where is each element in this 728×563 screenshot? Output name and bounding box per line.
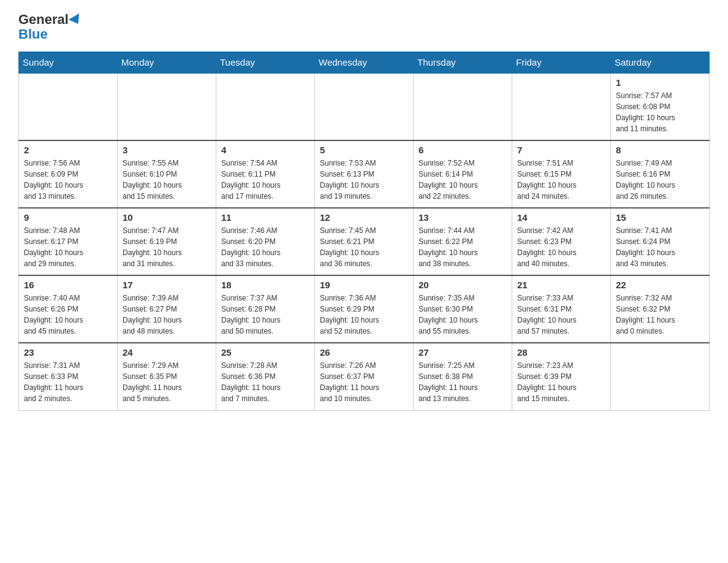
calendar-cell: 21Sunrise: 7:33 AM Sunset: 6:31 PM Dayli… [512,275,611,343]
logo-general: General [18,12,69,27]
day-info: Sunrise: 7:36 AM Sunset: 6:29 PM Dayligh… [320,293,408,337]
calendar-cell [315,73,414,140]
day-number: 1 [616,77,704,88]
logo-text: General Blue [18,12,82,42]
day-number: 10 [123,212,211,223]
day-number: 14 [517,212,605,223]
calendar-cell: 10Sunrise: 7:47 AM Sunset: 6:19 PM Dayli… [118,208,216,275]
calendar-cell: 4Sunrise: 7:54 AM Sunset: 6:11 PM Daylig… [216,140,315,208]
calendar-cell: 25Sunrise: 7:28 AM Sunset: 6:36 PM Dayli… [216,343,315,410]
day-number: 16 [24,280,112,290]
calendar-cell [611,343,710,410]
calendar-cell [414,73,512,140]
weekday-header-wednesday: Wednesday [315,52,414,74]
calendar-cell: 7Sunrise: 7:51 AM Sunset: 6:15 PM Daylig… [512,140,611,208]
day-number: 15 [616,212,704,223]
week-row-4: 16Sunrise: 7:40 AM Sunset: 6:26 PM Dayli… [19,275,710,343]
week-row-5: 23Sunrise: 7:31 AM Sunset: 6:33 PM Dayli… [19,343,710,410]
day-number: 19 [320,280,408,290]
calendar-cell: 15Sunrise: 7:41 AM Sunset: 6:24 PM Dayli… [611,208,710,275]
day-info: Sunrise: 7:53 AM Sunset: 6:13 PM Dayligh… [320,158,408,202]
week-row-2: 2Sunrise: 7:56 AM Sunset: 6:09 PM Daylig… [19,140,710,208]
calendar-cell: 17Sunrise: 7:39 AM Sunset: 6:27 PM Dayli… [118,275,216,343]
day-number: 8 [616,145,704,155]
calendar-cell: 12Sunrise: 7:45 AM Sunset: 6:21 PM Dayli… [315,208,414,275]
day-info: Sunrise: 7:28 AM Sunset: 6:36 PM Dayligh… [221,360,309,404]
calendar-cell: 28Sunrise: 7:23 AM Sunset: 6:39 PM Dayli… [512,343,611,410]
calendar-cell [512,73,611,140]
day-number: 13 [419,212,507,223]
day-number: 23 [24,347,112,358]
calendar-cell: 14Sunrise: 7:42 AM Sunset: 6:23 PM Dayli… [512,208,611,275]
day-number: 17 [123,280,211,290]
calendar-cell: 5Sunrise: 7:53 AM Sunset: 6:13 PM Daylig… [315,140,414,208]
calendar-cell: 26Sunrise: 7:26 AM Sunset: 6:37 PM Dayli… [315,343,414,410]
calendar-cell: 8Sunrise: 7:49 AM Sunset: 6:16 PM Daylig… [611,140,710,208]
calendar-cell: 22Sunrise: 7:32 AM Sunset: 6:32 PM Dayli… [611,275,710,343]
calendar-cell: 9Sunrise: 7:48 AM Sunset: 6:17 PM Daylig… [19,208,118,275]
day-info: Sunrise: 7:47 AM Sunset: 6:19 PM Dayligh… [123,225,211,269]
day-number: 24 [123,347,211,358]
calendar-cell: 23Sunrise: 7:31 AM Sunset: 6:33 PM Dayli… [19,343,118,410]
day-number: 28 [517,347,605,358]
calendar-cell: 20Sunrise: 7:35 AM Sunset: 6:30 PM Dayli… [414,275,512,343]
day-info: Sunrise: 7:46 AM Sunset: 6:20 PM Dayligh… [221,225,309,269]
calendar-cell: 16Sunrise: 7:40 AM Sunset: 6:26 PM Dayli… [19,275,118,343]
day-number: 20 [419,280,507,290]
calendar-cell: 1Sunrise: 7:57 AM Sunset: 6:08 PM Daylig… [611,73,710,140]
calendar-cell: 19Sunrise: 7:36 AM Sunset: 6:29 PM Dayli… [315,275,414,343]
day-number: 6 [419,145,507,155]
calendar-cell: 2Sunrise: 7:56 AM Sunset: 6:09 PM Daylig… [19,140,118,208]
calendar-cell: 3Sunrise: 7:55 AM Sunset: 6:10 PM Daylig… [118,140,216,208]
day-number: 11 [221,212,309,223]
day-number: 22 [616,280,704,290]
day-number: 12 [320,212,408,223]
day-info: Sunrise: 7:48 AM Sunset: 6:17 PM Dayligh… [24,225,112,269]
day-number: 26 [320,347,408,358]
calendar-cell: 11Sunrise: 7:46 AM Sunset: 6:20 PM Dayli… [216,208,315,275]
day-info: Sunrise: 7:26 AM Sunset: 6:37 PM Dayligh… [320,360,408,404]
day-number: 9 [24,212,112,223]
page-header: General Blue [18,12,710,42]
day-number: 7 [517,145,605,155]
day-number: 25 [221,347,309,358]
calendar-table: SundayMondayTuesdayWednesdayThursdayFrid… [18,52,710,411]
week-row-1: 1Sunrise: 7:57 AM Sunset: 6:08 PM Daylig… [19,73,710,140]
calendar-cell: 18Sunrise: 7:37 AM Sunset: 6:28 PM Dayli… [216,275,315,343]
day-info: Sunrise: 7:37 AM Sunset: 6:28 PM Dayligh… [221,293,309,337]
calendar-cell [19,73,118,140]
day-info: Sunrise: 7:41 AM Sunset: 6:24 PM Dayligh… [616,225,704,269]
day-number: 21 [517,280,605,290]
calendar-cell [118,73,216,140]
day-number: 5 [320,145,408,155]
calendar-cell: 13Sunrise: 7:44 AM Sunset: 6:22 PM Dayli… [414,208,512,275]
day-info: Sunrise: 7:51 AM Sunset: 6:15 PM Dayligh… [517,158,605,202]
day-info: Sunrise: 7:25 AM Sunset: 6:38 PM Dayligh… [419,360,507,404]
day-info: Sunrise: 7:42 AM Sunset: 6:23 PM Dayligh… [517,225,605,269]
weekday-header-row: SundayMondayTuesdayWednesdayThursdayFrid… [19,52,710,74]
week-row-3: 9Sunrise: 7:48 AM Sunset: 6:17 PM Daylig… [19,208,710,275]
weekday-header-saturday: Saturday [611,52,710,74]
day-info: Sunrise: 7:45 AM Sunset: 6:21 PM Dayligh… [320,225,408,269]
calendar-cell: 27Sunrise: 7:25 AM Sunset: 6:38 PM Dayli… [414,343,512,410]
logo-triangle-icon [69,13,83,27]
day-number: 18 [221,280,309,290]
weekday-header-tuesday: Tuesday [216,52,315,74]
day-info: Sunrise: 7:52 AM Sunset: 6:14 PM Dayligh… [419,158,507,202]
day-info: Sunrise: 7:57 AM Sunset: 6:08 PM Dayligh… [616,90,704,134]
day-info: Sunrise: 7:55 AM Sunset: 6:10 PM Dayligh… [123,158,211,202]
day-info: Sunrise: 7:56 AM Sunset: 6:09 PM Dayligh… [24,158,112,202]
weekday-header-thursday: Thursday [414,52,512,74]
day-info: Sunrise: 7:29 AM Sunset: 6:35 PM Dayligh… [123,360,211,404]
day-info: Sunrise: 7:32 AM Sunset: 6:32 PM Dayligh… [616,293,704,337]
day-number: 27 [419,347,507,358]
day-number: 3 [123,145,211,155]
calendar-cell [216,73,315,140]
weekday-header-sunday: Sunday [19,52,118,74]
weekday-header-monday: Monday [118,52,216,74]
day-info: Sunrise: 7:33 AM Sunset: 6:31 PM Dayligh… [517,293,605,337]
day-info: Sunrise: 7:35 AM Sunset: 6:30 PM Dayligh… [419,293,507,337]
day-number: 2 [24,145,112,155]
day-info: Sunrise: 7:39 AM Sunset: 6:27 PM Dayligh… [123,293,211,337]
day-number: 4 [221,145,309,155]
